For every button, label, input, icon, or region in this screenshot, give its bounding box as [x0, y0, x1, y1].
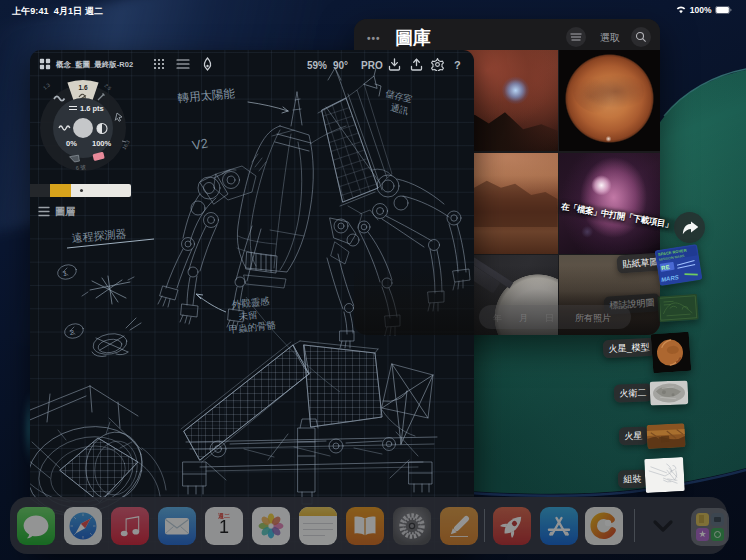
- svg-text:未留: 未留: [238, 309, 258, 322]
- svg-text:甲蟲的骨骼: 甲蟲的骨骼: [228, 319, 276, 335]
- svg-text:1.3: 1.3: [42, 82, 51, 91]
- svg-text:1.6: 1.6: [78, 84, 87, 91]
- svg-text:V2: V2: [191, 135, 209, 153]
- svg-text:2: 2: [70, 329, 74, 336]
- svg-text:6 號: 6 號: [75, 164, 86, 171]
- svg-text:外觀靈感: 外觀靈感: [231, 295, 270, 310]
- svg-text:通訊: 通訊: [390, 102, 410, 116]
- svg-text:0%: 0%: [66, 139, 77, 148]
- svg-text:轉用太陽能: 轉用太陽能: [177, 87, 236, 104]
- svg-text:2.5: 2.5: [103, 82, 112, 91]
- svg-text:100%: 100%: [92, 139, 112, 148]
- svg-text:遠程探測器: 遠程探測器: [71, 227, 127, 244]
- svg-text:儲存室: 儲存室: [385, 88, 414, 104]
- svg-text:1: 1: [63, 270, 67, 277]
- svg-text:1.6 pts: 1.6 pts: [80, 104, 104, 113]
